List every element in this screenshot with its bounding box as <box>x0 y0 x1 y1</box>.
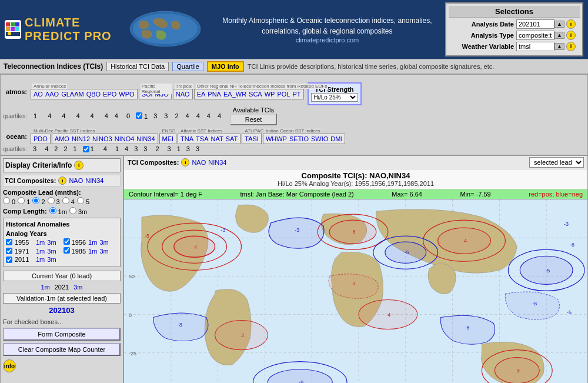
lead-4[interactable]: 4 <box>62 197 75 205</box>
quartiles-label-2: quartiles: <box>3 146 29 152</box>
year-2011-1m[interactable]: 1m <box>36 256 45 263</box>
lead-0[interactable]: 0 <box>3 197 15 205</box>
lead-5[interactable]: 5 <box>77 197 89 205</box>
tci-comp-info[interactable]: i <box>58 176 66 185</box>
year-cb-1985[interactable] <box>64 247 70 254</box>
nin34-checkbox[interactable] <box>83 146 89 152</box>
year-cb-1956[interactable] <box>64 238 70 245</box>
weather-variable-up[interactable]: ▲ <box>554 43 564 50</box>
form-composite-btn[interactable]: Form Composite <box>3 328 121 341</box>
selected-lead-select[interactable]: selected lead <box>529 157 584 168</box>
lead-radio-0[interactable] <box>3 197 10 204</box>
tci-link-wp[interactable]: WP <box>265 91 275 98</box>
tci-link-ao[interactable]: AO <box>34 91 43 98</box>
tci-link-sca[interactable]: SCA <box>249 91 262 98</box>
validation-btn[interactable]: Validation-1m (at selected lead) <box>3 293 121 304</box>
year-1985-1m[interactable]: 1m <box>88 248 97 255</box>
tci-link-nino4[interactable]: NINO4 <box>115 135 135 142</box>
complen-radio-1m[interactable] <box>49 207 56 214</box>
tci-link-swio[interactable]: SWIO <box>311 135 328 142</box>
year-1956-3m[interactable]: 3m <box>99 239 108 246</box>
tci-link-nin12[interactable]: NIN12 <box>72 135 90 142</box>
tci-link-aao[interactable]: AAO <box>45 91 59 98</box>
clear-composite-btn[interactable]: Clear Composite Map Counter <box>3 343 121 356</box>
year-1971-3m[interactable]: 3m <box>47 248 56 255</box>
year-2011-3m[interactable]: 3m <box>47 256 56 263</box>
current-year-btn[interactable]: Current Year (0 lead) <box>3 271 121 281</box>
tci-link-tasi[interactable]: TASI <box>245 135 259 142</box>
lead-radio-2[interactable] <box>32 197 39 204</box>
validation-year-link[interactable]: 202103 <box>49 306 74 315</box>
analysis-date-field[interactable] <box>516 19 554 29</box>
weather-variable-field[interactable] <box>516 42 554 51</box>
analysis-type-input[interactable]: ▲ <box>516 31 564 40</box>
analysis-type-info[interactable]: i <box>566 31 576 40</box>
dc-info-btn[interactable]: i <box>74 161 83 170</box>
reset-btn[interactable]: Reset <box>230 114 277 125</box>
lead-radio-4[interactable] <box>62 197 69 204</box>
tci-link-amo[interactable]: AMO <box>55 135 69 142</box>
max-val: Max= 6.64 <box>392 191 422 198</box>
quartile-btn[interactable]: Quartile <box>172 62 203 71</box>
weather-variable-info[interactable]: i <box>566 42 576 51</box>
1m-link[interactable]: 1m <box>41 284 49 291</box>
year-1956-1m[interactable]: 1m <box>88 239 97 246</box>
analysis-date-up[interactable]: ▲ <box>554 21 564 28</box>
tci-link-pna[interactable]: PNA <box>208 91 221 98</box>
hist-tci-btn[interactable]: Historical TCI Data <box>106 62 169 71</box>
tci-strength-select[interactable]: Hi/Lo 25% Hi/Lo 33% <box>311 93 358 102</box>
tci-link-ea-wr[interactable]: EA_WR <box>223 91 246 98</box>
year-1971-1m[interactable]: 1m <box>36 248 45 255</box>
year-cb-2011[interactable] <box>6 257 12 263</box>
mjo-info-btn[interactable]: MJO info <box>207 61 244 72</box>
year-1955-3m[interactable]: 3m <box>47 239 56 246</box>
lead-radio-3[interactable] <box>48 197 55 204</box>
q-nat: 3 <box>134 145 138 152</box>
tci-link-tna[interactable]: TNA <box>181 135 193 142</box>
tci-link-tsa[interactable]: TSA <box>196 135 208 142</box>
tci-link-wpo[interactable]: WPO <box>119 91 134 98</box>
tci-link-pol[interactable]: POL <box>277 91 290 98</box>
len-1m[interactable]: 1m <box>49 207 67 215</box>
tci-link-epo[interactable]: EPO <box>103 91 116 98</box>
year-1955-1m[interactable]: 1m <box>36 239 45 246</box>
tci-link-glaam[interactable]: GLAAM <box>61 91 84 98</box>
lead-2[interactable]: 2 <box>32 197 45 205</box>
len-3m[interactable]: 3m <box>69 207 87 215</box>
lead-radio-5[interactable] <box>77 197 84 204</box>
tci-comp-info-btn[interactable]: i <box>181 158 189 166</box>
tci-link-ea[interactable]: EA <box>197 91 206 98</box>
3m-link[interactable]: 3m <box>74 284 82 291</box>
nin34-link[interactable]: NIN34 <box>208 159 226 166</box>
tci-link-mei[interactable]: MEI <box>162 135 174 142</box>
nao-comp-link[interactable]: NAO <box>69 177 83 184</box>
tci-link-setio[interactable]: SETIO <box>289 135 309 142</box>
analysis-date-info[interactable]: i <box>566 19 576 29</box>
year-cb-1971[interactable] <box>6 248 12 254</box>
tci-link-pt[interactable]: PT <box>292 91 300 98</box>
nao-checkbox[interactable] <box>136 112 142 119</box>
tci-link-nino3[interactable]: NINO3 <box>92 135 112 142</box>
nin34-comp-link[interactable]: NIN34 <box>85 177 103 184</box>
bottom-info-btn[interactable]: info <box>3 359 16 372</box>
tci-link-sat[interactable]: SAT <box>226 135 238 142</box>
analysis-type-field[interactable] <box>516 31 554 40</box>
tci-link-nin34[interactable]: NIN34 <box>136 135 155 142</box>
year-1985-3m[interactable]: 3m <box>99 248 108 255</box>
tci-link-nat[interactable]: NAT <box>211 135 223 142</box>
lead-1[interactable]: 1 <box>18 197 30 205</box>
weather-variable-input[interactable]: ▲ <box>516 42 564 51</box>
analysis-date-input[interactable]: ▲ <box>516 19 564 29</box>
tci-link-whwp[interactable]: WHWP <box>266 135 287 142</box>
lead-radio-1[interactable] <box>18 197 25 204</box>
complen-radio-3m[interactable] <box>69 207 76 214</box>
nao-link[interactable]: NAO <box>192 159 206 166</box>
tci-link-dmi[interactable]: DMI <box>330 135 342 142</box>
tci-link-pdo[interactable]: PDO <box>34 135 48 142</box>
lead-3[interactable]: 3 <box>48 197 60 205</box>
dc-header: Display Criteria/Info i <box>5 161 118 170</box>
tci-link-qbo[interactable]: QBO <box>86 91 101 98</box>
tci-link-nao[interactable]: NAO <box>176 91 190 98</box>
year-cb-1955[interactable] <box>6 239 12 245</box>
analysis-type-up[interactable]: ▲ <box>554 32 564 39</box>
